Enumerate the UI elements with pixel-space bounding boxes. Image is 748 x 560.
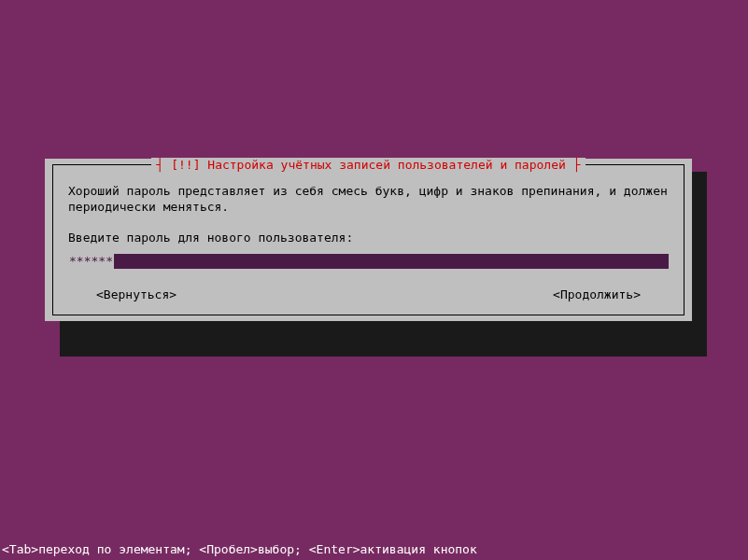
dialog-description: Хороший пароль представляет из себя смес… xyxy=(68,184,669,216)
hint-tab-text: переход по элементам; xyxy=(38,542,199,556)
dialog-actions: <Вернуться> <Продолжить> xyxy=(68,287,669,301)
hint-enter-text: активация кнопок xyxy=(360,542,477,556)
title-prefix: [!!] xyxy=(171,158,200,172)
dialog-title-wrap: ┤ [!!] Настройка учётных записей пользов… xyxy=(53,158,684,172)
hint-space-key: <Пробел> xyxy=(199,542,258,556)
dialog-frame: ┤ [!!] Настройка учётных записей пользов… xyxy=(52,164,684,315)
hint-space-text: выбор; xyxy=(258,542,309,556)
password-input[interactable]: ****** xyxy=(68,254,669,269)
title-text: Настройка учётных записей пользователей … xyxy=(207,158,566,172)
password-field-rest xyxy=(114,254,669,269)
password-mask: ****** xyxy=(68,254,114,269)
back-button[interactable]: <Вернуться> xyxy=(96,287,176,301)
hint-tab-key: <Tab> xyxy=(2,542,38,556)
dialog-title: ┤ [!!] Настройка учётных записей пользов… xyxy=(151,158,586,172)
hint-enter-key: <Enter> xyxy=(309,542,360,556)
continue-button[interactable]: <Продолжить> xyxy=(553,287,641,301)
password-prompt: Введите пароль для нового пользователя: xyxy=(68,231,669,245)
footer-hints: <Tab>переход по элементам; <Пробел>выбор… xyxy=(2,542,477,556)
dialog: ┤ [!!] Настройка учётных записей пользов… xyxy=(45,159,692,321)
